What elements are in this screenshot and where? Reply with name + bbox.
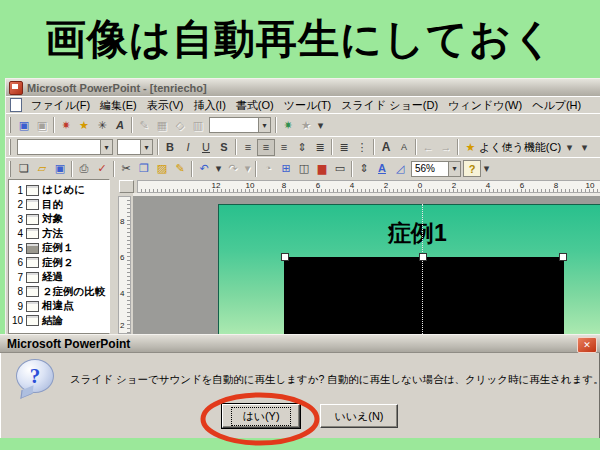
print-icon[interactable]: ⎙ [75,160,93,177]
gray-scale-icon[interactable]: ◿ [391,160,409,177]
media-effect-icon[interactable]: ✷ [279,117,297,134]
frequent-functions-button[interactable]: ★ よく使う機能(C) ▾ [461,138,579,157]
selection-handle-top-right[interactable] [559,253,567,261]
menu-format[interactable]: 書式(O) [231,97,279,114]
outline-item-8[interactable]: 8 ２症例の比較 [9,285,109,300]
animation-order-combobox[interactable]: ▾ [209,117,271,133]
outline-item-4[interactable]: 4 方法 [9,227,109,242]
tutorial-banner: 画像は自動再生にしておく [0,0,600,78]
save-icon[interactable]: ▣ [51,160,69,177]
menu-edit[interactable]: 編集(E) [95,97,142,114]
chevron-down-icon[interactable]: ▾ [140,140,152,154]
outline-item-1[interactable]: 1 はじめに [9,183,109,198]
outline-item-6[interactable]: 6 症例２ [9,256,109,271]
separator [351,161,353,177]
slide-icon [26,228,39,239]
chevron-down-icon[interactable]: ▾ [258,118,270,132]
hyperlink-globe-icon: ◔ [259,160,277,177]
ruler-number: 6 [316,181,320,190]
format-painter-icon[interactable]: ✎ [171,160,189,177]
frequent-functions-label: よく使う機能(C) [479,140,561,155]
close-icon[interactable]: ✕ [577,337,597,353]
animation-preview-icon[interactable]: ✳ [93,117,111,134]
outline-item-label: 症例２ [42,256,74,270]
redo-icon: ↷ [224,160,242,177]
menu-help[interactable]: ヘルプ(H) [527,97,586,114]
slide-icon [26,243,39,254]
help-dropdown-icon[interactable]: ▾ [481,160,492,177]
toolbar-grip[interactable] [9,139,12,155]
window-titlebar[interactable]: Microsoft PowerPoint - [tenriecho] [6,79,600,96]
align-center-icon[interactable]: ≡ [257,139,275,156]
new-slide-icon[interactable]: ▭ [331,160,349,177]
toolbar-grip[interactable] [9,161,12,177]
ruler-number: 4 [120,289,124,298]
outline-item-label: はじめに [42,183,85,197]
menu-tools[interactable]: ツール(T) [279,97,337,114]
slide-title[interactable]: 症例1 [388,218,447,249]
custom-animation-icon[interactable]: ★ [75,117,93,134]
font-size-combobox[interactable]: ▾ [117,139,153,155]
insert-table-icon[interactable]: ⊞ [277,160,295,177]
slide-preview-icon[interactable]: ▣ [15,117,33,134]
increase-font-icon[interactable]: A [377,139,395,156]
copy-icon[interactable]: ❐ [135,160,153,177]
spelling-icon[interactable]: ✓ [93,160,111,177]
undo-dropdown-icon[interactable]: ▾ [213,160,224,177]
zoom-combobox[interactable]: 56% ▾ [411,161,461,177]
font-name-combobox[interactable]: ▾ [17,139,113,155]
outline-item-9[interactable]: 9 相違点 [9,299,109,314]
align-right-icon[interactable]: ≡ [275,139,293,156]
outline-item-3[interactable]: 3 対象 [9,212,109,227]
banner-title: 画像は自動再生にしておく [45,12,555,67]
toolbar-overflow-icon[interactable]: ▾ [579,139,590,156]
menu-view[interactable]: 表示(V) [142,97,189,114]
no-button[interactable]: いいえ(N) [320,404,398,428]
chevron-down-icon[interactable]: ▾ [100,140,112,154]
toolbar-overflow-icon[interactable]: ▾ [315,117,326,134]
help-button[interactable]: ? [463,160,481,177]
selection-handle-top-middle[interactable] [419,253,427,261]
bold-button[interactable]: B [161,139,179,156]
toolbar-grip[interactable] [9,117,12,133]
open-icon[interactable]: ▱ [33,160,51,177]
outline-item-7[interactable]: 7 経過 [9,270,109,285]
dialog-titlebar[interactable]: Microsoft PowerPoint [0,335,600,353]
align-left-icon[interactable]: ≡ [239,139,257,156]
animation-effects-icon[interactable]: ✷ [57,117,75,134]
expand-collapse-icon[interactable]: ⇕ [355,160,373,177]
new-icon[interactable]: ❏ [15,160,33,177]
outline-item-2[interactable]: 2 目的 [9,198,109,213]
outline-item-5-selected[interactable]: 5 症例１ [9,241,109,256]
menu-insert[interactable]: 挿入(I) [188,97,230,114]
decrease-font-icon[interactable]: A [395,139,413,156]
ruler-number: 6 [120,253,124,262]
yes-button[interactable]: はい(Y) [222,404,300,428]
menu-slideshow[interactable]: スライド ショー(D) [336,97,443,114]
bullet-list-icon[interactable]: ⋮ [353,139,371,156]
separator [235,139,237,155]
outline-item-10[interactable]: 10 結論 [9,314,109,329]
selection-handle-top-left[interactable] [281,253,289,261]
line-spacing-icon[interactable]: ⇕ [293,139,311,156]
shadow-button[interactable]: S [215,139,233,156]
numbered-list-icon[interactable]: ≣ [335,139,353,156]
font-effect-icon[interactable]: A [111,117,129,134]
separator [191,161,193,177]
ruler-number: 8 [282,181,286,190]
font-color-icon[interactable]: A [373,160,391,177]
menu-file[interactable]: ファイル(F) [26,97,95,114]
paste-icon[interactable]: ▨ [153,160,171,177]
panel-splitter[interactable] [110,179,116,334]
insert-chart-icon[interactable]: ▆ [313,160,331,177]
movie-placeholder[interactable] [284,257,564,334]
chevron-down-icon[interactable]: ▾ [448,162,460,176]
vertical-text-icon[interactable]: ≣ [311,139,329,156]
italic-button[interactable]: I [179,139,197,156]
cut-icon[interactable]: ✂ [117,160,135,177]
ruler-number: 2 [452,181,456,190]
undo-icon[interactable]: ↶ [195,160,213,177]
underline-button[interactable]: U [197,139,215,156]
table-cells-icon[interactable]: ◫ [295,160,313,177]
menu-window[interactable]: ウィンドウ(W) [443,97,527,114]
